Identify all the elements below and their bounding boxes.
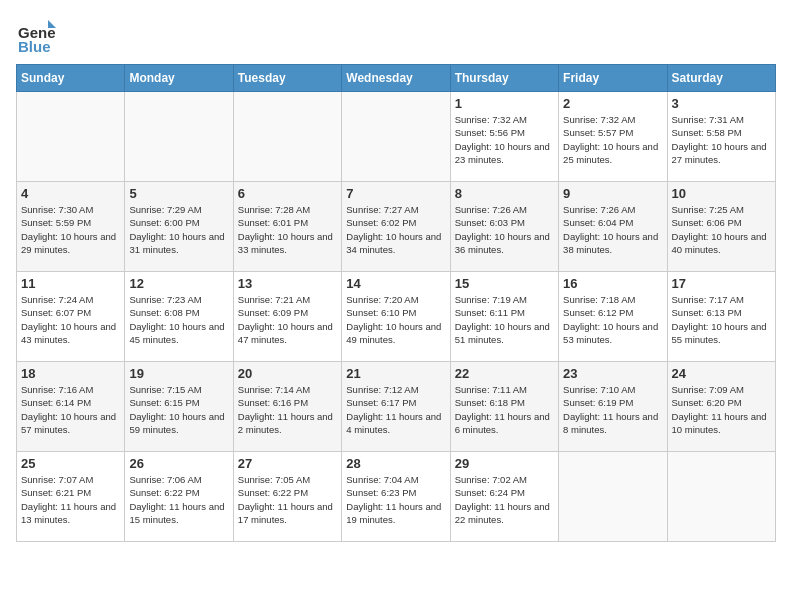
day-info: Sunrise: 7:30 AMSunset: 5:59 PMDaylight:…: [21, 203, 120, 256]
day-number: 23: [563, 366, 662, 381]
calendar-cell: 22Sunrise: 7:11 AMSunset: 6:18 PMDayligh…: [450, 362, 558, 452]
day-info: Sunrise: 7:29 AMSunset: 6:00 PMDaylight:…: [129, 203, 228, 256]
calendar-cell: 2Sunrise: 7:32 AMSunset: 5:57 PMDaylight…: [559, 92, 667, 182]
day-number: 4: [21, 186, 120, 201]
day-info: Sunrise: 7:17 AMSunset: 6:13 PMDaylight:…: [672, 293, 771, 346]
day-number: 29: [455, 456, 554, 471]
calendar-cell: 1Sunrise: 7:32 AMSunset: 5:56 PMDaylight…: [450, 92, 558, 182]
day-info: Sunrise: 7:26 AMSunset: 6:03 PMDaylight:…: [455, 203, 554, 256]
day-info: Sunrise: 7:21 AMSunset: 6:09 PMDaylight:…: [238, 293, 337, 346]
calendar-cell: 19Sunrise: 7:15 AMSunset: 6:15 PMDayligh…: [125, 362, 233, 452]
calendar-cell: 10Sunrise: 7:25 AMSunset: 6:06 PMDayligh…: [667, 182, 775, 272]
day-info: Sunrise: 7:15 AMSunset: 6:15 PMDaylight:…: [129, 383, 228, 436]
calendar-cell: 11Sunrise: 7:24 AMSunset: 6:07 PMDayligh…: [17, 272, 125, 362]
calendar-cell: 26Sunrise: 7:06 AMSunset: 6:22 PMDayligh…: [125, 452, 233, 542]
weekday-header-sunday: Sunday: [17, 65, 125, 92]
day-info: Sunrise: 7:18 AMSunset: 6:12 PMDaylight:…: [563, 293, 662, 346]
day-info: Sunrise: 7:26 AMSunset: 6:04 PMDaylight:…: [563, 203, 662, 256]
day-number: 14: [346, 276, 445, 291]
calendar-cell: 15Sunrise: 7:19 AMSunset: 6:11 PMDayligh…: [450, 272, 558, 362]
day-number: 9: [563, 186, 662, 201]
weekday-header-friday: Friday: [559, 65, 667, 92]
day-number: 3: [672, 96, 771, 111]
day-info: Sunrise: 7:16 AMSunset: 6:14 PMDaylight:…: [21, 383, 120, 436]
calendar-cell: 25Sunrise: 7:07 AMSunset: 6:21 PMDayligh…: [17, 452, 125, 542]
day-number: 24: [672, 366, 771, 381]
calendar-cell: 24Sunrise: 7:09 AMSunset: 6:20 PMDayligh…: [667, 362, 775, 452]
calendar-cell: 29Sunrise: 7:02 AMSunset: 6:24 PMDayligh…: [450, 452, 558, 542]
day-info: Sunrise: 7:04 AMSunset: 6:23 PMDaylight:…: [346, 473, 445, 526]
day-number: 15: [455, 276, 554, 291]
day-info: Sunrise: 7:11 AMSunset: 6:18 PMDaylight:…: [455, 383, 554, 436]
calendar-cell: 23Sunrise: 7:10 AMSunset: 6:19 PMDayligh…: [559, 362, 667, 452]
day-number: 25: [21, 456, 120, 471]
logo: General Blue: [16, 16, 56, 56]
week-row-0: 1Sunrise: 7:32 AMSunset: 5:56 PMDaylight…: [17, 92, 776, 182]
day-info: Sunrise: 7:05 AMSunset: 6:22 PMDaylight:…: [238, 473, 337, 526]
weekday-header-thursday: Thursday: [450, 65, 558, 92]
day-number: 16: [563, 276, 662, 291]
day-info: Sunrise: 7:25 AMSunset: 6:06 PMDaylight:…: [672, 203, 771, 256]
calendar-cell: [667, 452, 775, 542]
weekday-header-row: SundayMondayTuesdayWednesdayThursdayFrid…: [17, 65, 776, 92]
calendar-cell: [233, 92, 341, 182]
header: General Blue: [16, 16, 776, 56]
day-info: Sunrise: 7:19 AMSunset: 6:11 PMDaylight:…: [455, 293, 554, 346]
day-info: Sunrise: 7:12 AMSunset: 6:17 PMDaylight:…: [346, 383, 445, 436]
day-info: Sunrise: 7:14 AMSunset: 6:16 PMDaylight:…: [238, 383, 337, 436]
day-number: 5: [129, 186, 228, 201]
week-row-3: 18Sunrise: 7:16 AMSunset: 6:14 PMDayligh…: [17, 362, 776, 452]
day-info: Sunrise: 7:06 AMSunset: 6:22 PMDaylight:…: [129, 473, 228, 526]
day-info: Sunrise: 7:02 AMSunset: 6:24 PMDaylight:…: [455, 473, 554, 526]
day-info: Sunrise: 7:09 AMSunset: 6:20 PMDaylight:…: [672, 383, 771, 436]
day-number: 21: [346, 366, 445, 381]
calendar-cell: 5Sunrise: 7:29 AMSunset: 6:00 PMDaylight…: [125, 182, 233, 272]
day-number: 12: [129, 276, 228, 291]
day-number: 22: [455, 366, 554, 381]
day-number: 18: [21, 366, 120, 381]
day-number: 8: [455, 186, 554, 201]
calendar-cell: 9Sunrise: 7:26 AMSunset: 6:04 PMDaylight…: [559, 182, 667, 272]
calendar-cell: 13Sunrise: 7:21 AMSunset: 6:09 PMDayligh…: [233, 272, 341, 362]
calendar-cell: 3Sunrise: 7:31 AMSunset: 5:58 PMDaylight…: [667, 92, 775, 182]
day-info: Sunrise: 7:27 AMSunset: 6:02 PMDaylight:…: [346, 203, 445, 256]
calendar-cell: 27Sunrise: 7:05 AMSunset: 6:22 PMDayligh…: [233, 452, 341, 542]
week-row-2: 11Sunrise: 7:24 AMSunset: 6:07 PMDayligh…: [17, 272, 776, 362]
day-info: Sunrise: 7:20 AMSunset: 6:10 PMDaylight:…: [346, 293, 445, 346]
weekday-header-wednesday: Wednesday: [342, 65, 450, 92]
calendar-cell: 21Sunrise: 7:12 AMSunset: 6:17 PMDayligh…: [342, 362, 450, 452]
calendar-cell: 6Sunrise: 7:28 AMSunset: 6:01 PMDaylight…: [233, 182, 341, 272]
calendar-cell: 17Sunrise: 7:17 AMSunset: 6:13 PMDayligh…: [667, 272, 775, 362]
day-info: Sunrise: 7:07 AMSunset: 6:21 PMDaylight:…: [21, 473, 120, 526]
day-info: Sunrise: 7:23 AMSunset: 6:08 PMDaylight:…: [129, 293, 228, 346]
day-number: 20: [238, 366, 337, 381]
day-number: 27: [238, 456, 337, 471]
calendar-cell: 18Sunrise: 7:16 AMSunset: 6:14 PMDayligh…: [17, 362, 125, 452]
weekday-header-tuesday: Tuesday: [233, 65, 341, 92]
calendar-cell: [125, 92, 233, 182]
calendar-cell: 28Sunrise: 7:04 AMSunset: 6:23 PMDayligh…: [342, 452, 450, 542]
day-number: 1: [455, 96, 554, 111]
day-number: 26: [129, 456, 228, 471]
day-info: Sunrise: 7:24 AMSunset: 6:07 PMDaylight:…: [21, 293, 120, 346]
day-info: Sunrise: 7:32 AMSunset: 5:57 PMDaylight:…: [563, 113, 662, 166]
calendar-cell: 4Sunrise: 7:30 AMSunset: 5:59 PMDaylight…: [17, 182, 125, 272]
calendar-cell: 8Sunrise: 7:26 AMSunset: 6:03 PMDaylight…: [450, 182, 558, 272]
weekday-header-monday: Monday: [125, 65, 233, 92]
day-info: Sunrise: 7:32 AMSunset: 5:56 PMDaylight:…: [455, 113, 554, 166]
day-number: 17: [672, 276, 771, 291]
day-number: 19: [129, 366, 228, 381]
calendar-cell: [17, 92, 125, 182]
day-number: 6: [238, 186, 337, 201]
day-number: 10: [672, 186, 771, 201]
calendar-cell: 12Sunrise: 7:23 AMSunset: 6:08 PMDayligh…: [125, 272, 233, 362]
day-info: Sunrise: 7:28 AMSunset: 6:01 PMDaylight:…: [238, 203, 337, 256]
day-number: 13: [238, 276, 337, 291]
week-row-4: 25Sunrise: 7:07 AMSunset: 6:21 PMDayligh…: [17, 452, 776, 542]
calendar-cell: 7Sunrise: 7:27 AMSunset: 6:02 PMDaylight…: [342, 182, 450, 272]
calendar-cell: [342, 92, 450, 182]
weekday-header-saturday: Saturday: [667, 65, 775, 92]
day-number: 7: [346, 186, 445, 201]
calendar-cell: [559, 452, 667, 542]
day-number: 11: [21, 276, 120, 291]
